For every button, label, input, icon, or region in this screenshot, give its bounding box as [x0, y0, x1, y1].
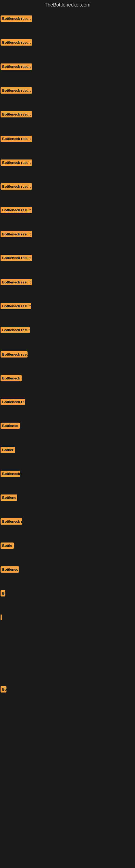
list-item: Bottlene: [1, 495, 17, 502]
bottleneck-badge: Bottleneck result: [1, 255, 32, 261]
list-item: Bottleneck result: [1, 303, 31, 310]
list-item: Bottlenec: [1, 423, 20, 430]
list-item: Bottleneck result: [1, 207, 32, 214]
bottleneck-badge: Bottleneck result: [1, 135, 32, 142]
list-item: Bottleneck result: [1, 63, 32, 71]
page-wrapper: TheBottlenecker.com Bottleneck resultBot…: [0, 0, 135, 868]
list-item: [1, 614, 2, 620]
list-item: Bottleneck result: [1, 183, 32, 191]
bottleneck-badge: Bottleneck result: [1, 111, 32, 118]
list-item: Bottleneck: [1, 375, 21, 382]
bottleneck-badge: Bottleneck result: [1, 303, 31, 309]
bottleneck-badge: Bottleneck: [1, 375, 21, 381]
list-item: Bottleneck result: [1, 87, 32, 95]
bottleneck-badge: Bottleneck result: [1, 39, 32, 45]
bottleneck-badge: Bottleneck result: [1, 279, 32, 285]
list-item: Bottleneck res: [1, 399, 25, 406]
list-item: Bottleneck result: [1, 111, 32, 119]
bottleneck-badge: Bottleneck r: [1, 518, 22, 525]
list-item: Bottleneck: [1, 471, 20, 478]
bottleneck-badge: Bo: [1, 686, 6, 692]
site-title: TheBottlenecker.com: [0, 0, 135, 11]
bottleneck-badge: Bottleneck result: [1, 87, 32, 94]
bottleneck-badge: Bottleneck result: [1, 63, 32, 70]
bottleneck-badge: Bottleneck resul: [1, 351, 28, 358]
bottleneck-badge: Bottleneck result: [1, 159, 32, 166]
bottleneck-badge: Bottlene: [1, 495, 17, 501]
list-item: Bottleneck result: [1, 255, 32, 262]
bottleneck-badge: Bottlenec: [1, 423, 20, 429]
list-item: Bottleneck result: [1, 279, 32, 286]
bottleneck-badge: Bottleneck result: [1, 207, 32, 213]
bottleneck-badge: Bottleneck result: [1, 183, 32, 190]
list-item: Bottler: [1, 447, 15, 454]
list-item: B: [1, 590, 5, 597]
list-item: Bottleneck result: [1, 231, 32, 239]
bottleneck-badge: Bottleneck res: [1, 399, 25, 405]
bottleneck-badge: Bottleneck: [1, 471, 20, 477]
list-item: Bo: [1, 686, 6, 693]
bottleneck-badge: Bottleneck result: [1, 327, 30, 333]
bottleneck-badge: Bottleneck result: [1, 231, 32, 237]
list-item: Bottle: [1, 542, 14, 550]
list-item: Bottleneck result: [1, 135, 32, 143]
list-item: Bottleneck result: [1, 39, 32, 46]
bottleneck-badge: Bottle: [1, 542, 14, 549]
list-item: Bottleneck result: [1, 159, 32, 167]
list-item: Bottleneck result: [1, 16, 32, 23]
bottleneck-badge: Bottleneck result: [1, 16, 32, 22]
bottleneck-badge: Bottler: [1, 447, 15, 453]
list-item: Bottleneck r: [1, 518, 22, 526]
bottleneck-badge: Bottlenec: [1, 566, 19, 572]
list-item: Bottleneck resul: [1, 351, 28, 359]
list-item: Bottlenec: [1, 566, 19, 574]
list-item: Bottleneck result: [1, 327, 30, 334]
bottleneck-badge: B: [1, 590, 5, 596]
